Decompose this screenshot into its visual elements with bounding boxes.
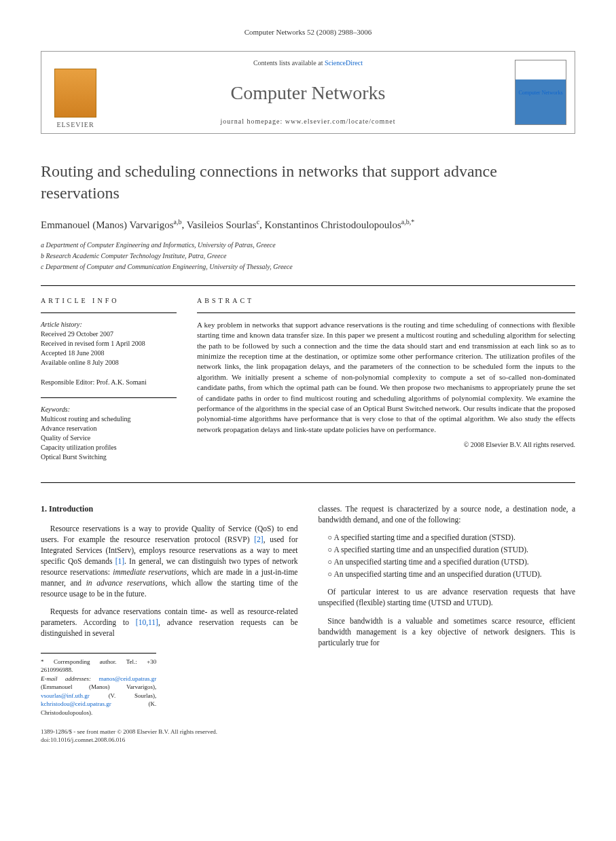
email-link[interactable]: manos@ceid.upatras.gr <box>99 675 157 682</box>
email-who: (V. Sourlas), <box>109 692 157 699</box>
journal-cover-thumbnail: Computer Networks <box>515 60 566 125</box>
cover-text: Computer Networks <box>518 89 562 96</box>
journal-header: Computer Networks 52 (2008) 2988–3006 <box>41 27 575 37</box>
abstract-copyright: © 2008 Elsevier B.V. All rights reserved… <box>197 440 575 450</box>
affiliation-a: a Department of Computer Engineering and… <box>41 240 575 250</box>
affiliations: a Department of Computer Engineering and… <box>41 240 575 272</box>
elsevier-tree-logo <box>54 69 96 118</box>
keywords-label: Keywords: <box>41 405 177 414</box>
divider <box>41 312 177 313</box>
publisher-name: ELSEVIER <box>56 120 94 130</box>
intro-paragraph-2: Requests for advance reservations contai… <box>41 606 298 639</box>
ref-link-10-11[interactable]: [10,11] <box>136 618 158 626</box>
contents-prefix: Contents lists available at <box>253 59 325 67</box>
email-addresses-block: E-mail addresses: manos@ceid.upatras.gr … <box>41 675 156 717</box>
article-info-label: ARTICLE INFO <box>41 296 177 306</box>
bottom-meta: 1389-1286/$ - see front matter © 2008 El… <box>41 728 298 745</box>
right-paragraph-2: Since bandwidth is a valuable and someti… <box>319 615 576 648</box>
ref-link-1[interactable]: [1] <box>115 557 124 565</box>
abstract-text: A key problem in networks that support a… <box>197 320 575 435</box>
body-two-columns: 1. Introduction Resource reservations is… <box>41 503 575 745</box>
corresponding-author-note: * Corresponding author. Tel.: +30 261099… <box>41 658 156 675</box>
keyword: Multicost routing and scheduling <box>41 414 177 424</box>
footnotes: * Corresponding author. Tel.: +30 261099… <box>41 653 156 717</box>
list-item: A specified starting time and an unspeci… <box>327 544 575 555</box>
affiliation-c: c Department of Computer and Communicati… <box>41 262 575 272</box>
email-label: E-mail addresses: <box>41 675 91 682</box>
journal-banner: ELSEVIER Contents lists available at Sci… <box>41 51 575 134</box>
right-column: classes. The request is characterized by… <box>319 503 576 745</box>
list-item: A specified starting time and a specifie… <box>327 532 575 543</box>
homepage-line: journal homepage: www.elsevier.com/locat… <box>221 117 396 126</box>
article-title: Routing and scheduling connections in ne… <box>41 161 575 203</box>
homepage-url[interactable]: www.elsevier.com/locate/comnet <box>285 118 396 125</box>
keyword: Quality of Service <box>41 433 177 443</box>
section-1-heading: 1. Introduction <box>41 503 298 515</box>
email-link[interactable]: kchristodou@ceid.upatras.gr <box>41 700 111 707</box>
divider <box>197 312 575 313</box>
abstract-label: ABSTRACT <box>197 296 575 306</box>
affiliation-b: b Research Academic Computer Technology … <box>41 251 575 261</box>
abstract-column: ABSTRACT A key problem in networks that … <box>187 286 575 482</box>
list-item: An unspecified starting time and an unsp… <box>327 569 575 579</box>
keyword: Optical Burst Switching <box>41 452 177 462</box>
keyword: Capacity utilization profiles <box>41 443 177 452</box>
contents-available-line: Contents lists available at ScienceDirec… <box>253 58 363 68</box>
banner-center: Contents lists available at ScienceDirec… <box>109 52 507 133</box>
article-history-block: Article history: Received 29 October 200… <box>41 320 177 368</box>
journal-name: Computer Networks <box>231 79 386 106</box>
reservation-classes-list: A specified starting time and a specifie… <box>327 532 575 579</box>
right-paragraph-1: Of particular interest to us are advance… <box>319 586 576 608</box>
history-online: Available online 8 July 2008 <box>41 358 177 368</box>
history-label: Article history: <box>41 320 177 329</box>
history-accepted: Accepted 18 June 2008 <box>41 348 177 358</box>
ref-link-2[interactable]: [2] <box>254 535 263 543</box>
list-item: An unspecified starting time and a speci… <box>327 556 575 567</box>
responsible-editor: Responsible Editor: Prof. A.K. Somani <box>41 378 177 387</box>
article-info-column: ARTICLE INFO Article history: Received 2… <box>41 286 187 482</box>
homepage-prefix: journal homepage: <box>221 118 285 125</box>
history-received: Received 29 October 2007 <box>41 329 177 339</box>
email-who: (Emmanouel (Manos) Varvarigos), <box>41 683 156 690</box>
left-column: 1. Introduction Resource reservations is… <box>41 503 298 745</box>
doi-line: doi:10.1016/j.comnet.2008.06.016 <box>41 736 298 745</box>
right-intro-paragraph: classes. The request is characterized by… <box>319 503 576 525</box>
intro-paragraph-1: Resource reservations is a way to provid… <box>41 523 298 600</box>
email-link[interactable]: vsourlas@inf.uth.gr <box>41 692 90 699</box>
sciencedirect-link[interactable]: ScienceDirect <box>325 59 363 67</box>
history-revised: Received in revised form 1 April 2008 <box>41 339 177 348</box>
keyword: Advance reservation <box>41 424 177 433</box>
front-matter-line: 1389-1286/$ - see front matter © 2008 El… <box>41 728 298 736</box>
authors-line: Emmanouel (Manos) Varvarigosa,b, Vasilei… <box>41 217 575 232</box>
info-abstract-row: ARTICLE INFO Article history: Received 2… <box>41 285 575 483</box>
divider <box>41 397 177 398</box>
keywords-block: Keywords: Multicost routing and scheduli… <box>41 405 177 462</box>
publisher-block: ELSEVIER <box>41 52 109 133</box>
cover-thumb-block: Computer Networks <box>507 52 575 133</box>
